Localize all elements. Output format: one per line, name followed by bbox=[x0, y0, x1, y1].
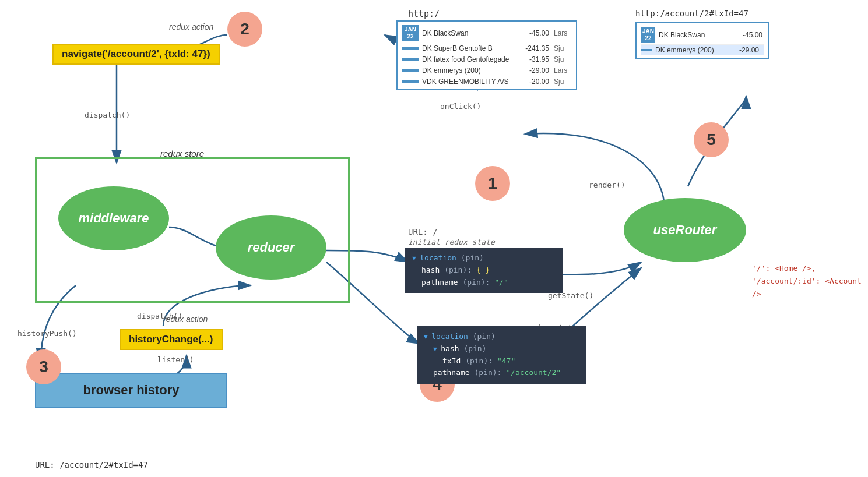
tx-amount-sm-2: -29.00 bbox=[730, 46, 759, 54]
tx-desc-2: DK SuperB Gentofte B bbox=[422, 44, 515, 52]
tx-date-4 bbox=[402, 69, 419, 72]
tx-desc-5: VDK GREENMOBILITY A/S bbox=[422, 77, 515, 86]
tx-person-2: Sju bbox=[554, 44, 571, 52]
tx-person-4: Lars bbox=[554, 66, 571, 75]
tx-date-1: JAN22 bbox=[402, 25, 419, 41]
userouter-ellipse: useRouter bbox=[624, 198, 746, 262]
circle-1: 1 bbox=[475, 166, 510, 201]
tx-desc-sm-2: DK emmerys (200) bbox=[655, 46, 725, 54]
tx-amount-5: -20.00 bbox=[520, 77, 549, 86]
redux-action-label-2: redux action bbox=[163, 315, 208, 324]
tx-amount-4: -29.00 bbox=[520, 66, 549, 75]
tx-row-sm-2: DK emmerys (200) -29.00 bbox=[641, 45, 764, 55]
tx-date-3 bbox=[402, 58, 419, 61]
tx-row-sm-1: JAN22 DK BlackSwan -45.00 bbox=[641, 26, 764, 45]
diagram-container: redux store middleware reducer useRouter… bbox=[0, 0, 868, 477]
circle-3: 3 bbox=[26, 349, 61, 384]
tx-row-5: VDK GREENMOBILITY A/S -20.00 Sju bbox=[402, 76, 571, 87]
onclick-label: onClick() bbox=[440, 102, 481, 111]
new-location-line: ▼ location (pin) bbox=[424, 331, 579, 343]
tx-table-small: JAN22 DK BlackSwan -45.00 DK emmerys (20… bbox=[635, 22, 769, 59]
tx-amount-2: -241.35 bbox=[520, 44, 549, 52]
new-txid-line: txId (pin): "47" bbox=[424, 355, 579, 368]
url-bottom: URL: /account/2#txId=47 bbox=[35, 460, 148, 469]
initial-location-line: ▼ location (pin) bbox=[412, 252, 556, 264]
reducer-ellipse: reducer bbox=[216, 215, 326, 280]
tx-amount-1: -45.00 bbox=[520, 29, 549, 37]
new-state-box: ▼ location (pin) ▼ hash (pin) txId (pin)… bbox=[417, 326, 586, 384]
tx-date-sm-2 bbox=[641, 49, 652, 51]
url-top-2: http:/account/2#txId=47 bbox=[635, 9, 748, 18]
tx-table-body: JAN22 DK BlackSwan -45.00 Lars DK SuperB… bbox=[398, 22, 576, 89]
circle-2: 2 bbox=[227, 12, 262, 47]
tx-date-5 bbox=[402, 80, 419, 83]
initial-pathname-line: pathname (pin): "/" bbox=[412, 277, 556, 289]
historypush-label: historyPush() bbox=[17, 329, 77, 338]
circle-5: 5 bbox=[694, 122, 729, 157]
tx-row-4: DK emmerys (200) -29.00 Lars bbox=[402, 65, 571, 76]
tx-row-3: DK føtex food Gentoftegade -31.95 Sju bbox=[402, 54, 571, 65]
url-middle-label: URL: / bbox=[408, 227, 438, 236]
tx-desc-4: DK emmerys (200) bbox=[422, 66, 515, 75]
tx-row-1: JAN22 DK BlackSwan -45.00 Lars bbox=[402, 24, 571, 43]
browser-history-box: browser history bbox=[35, 373, 227, 408]
new-hash-line: ▼ hash (pin) bbox=[424, 343, 579, 355]
router-code: '/': <Home />, '/account/:id': <Account … bbox=[752, 262, 868, 301]
tx-row-2: DK SuperB Gentofte B -241.35 Sju bbox=[402, 43, 571, 54]
redux-store-label: redux store bbox=[160, 149, 204, 158]
redux-action-label-1: redux action bbox=[169, 22, 213, 31]
render-label: render() bbox=[589, 181, 625, 189]
tx-date-sm-1: JAN22 bbox=[641, 27, 655, 43]
tx-table-main: JAN22 DK BlackSwan -45.00 Lars DK SuperB… bbox=[396, 20, 577, 90]
historychange-action-box: historyChange(...) bbox=[120, 329, 223, 350]
tx-person-1: Lars bbox=[554, 29, 571, 37]
navigate-action-box: navigate('/account/2', {txId: 47}) bbox=[52, 44, 220, 65]
initial-state-label: initial redux state bbox=[408, 238, 495, 246]
tx-table-small-body: JAN22 DK BlackSwan -45.00 DK emmerys (20… bbox=[637, 23, 768, 58]
tx-desc-1: DK BlackSwan bbox=[422, 29, 515, 37]
initial-state-box: ▼ location (pin) hash (pin): { } pathnam… bbox=[405, 248, 563, 293]
tx-desc-3: DK føtex food Gentoftegade bbox=[422, 55, 515, 63]
tx-amount-sm-1: -45.00 bbox=[733, 31, 762, 39]
tx-desc-sm-1: DK BlackSwan bbox=[659, 31, 729, 39]
url-top-1: http:/ bbox=[408, 9, 440, 19]
tx-amount-3: -31.95 bbox=[520, 55, 549, 63]
tx-date-2 bbox=[402, 47, 419, 50]
new-pathname-line: pathname (pin): "/account/2" bbox=[424, 367, 579, 379]
tx-person-3: Sju bbox=[554, 55, 571, 63]
tx-person-5: Sju bbox=[554, 77, 571, 86]
dispatch-label-1: dispatch() bbox=[85, 111, 130, 119]
initial-hash-line: hash (pin): { } bbox=[412, 264, 556, 277]
middleware-ellipse: middleware bbox=[58, 186, 169, 250]
listen-label: listen() bbox=[157, 355, 194, 364]
